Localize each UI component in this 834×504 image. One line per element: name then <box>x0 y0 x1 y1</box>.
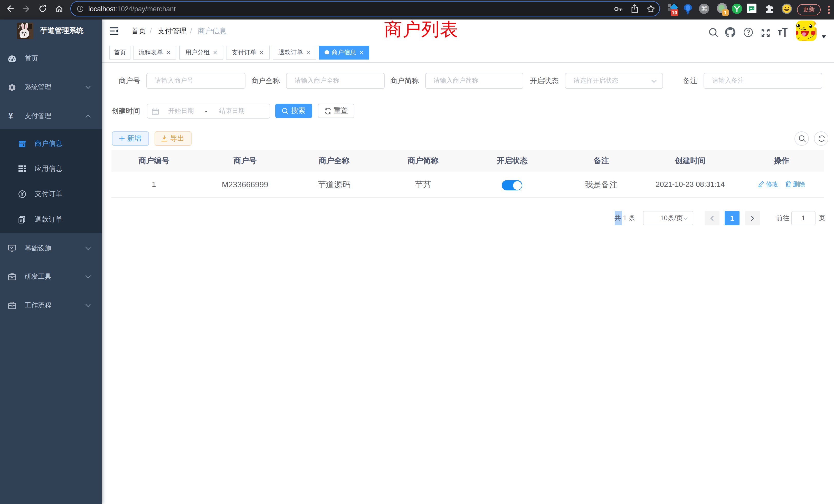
svg-text:10: 10 <box>672 10 677 16</box>
svg-text:1: 1 <box>724 10 727 16</box>
svg-text:⌘: ⌘ <box>701 5 707 13</box>
